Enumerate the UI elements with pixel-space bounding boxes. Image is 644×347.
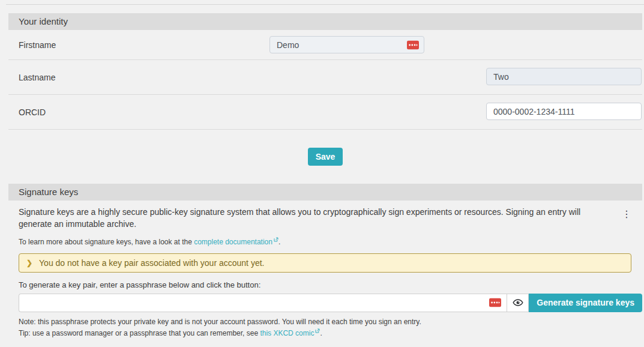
firstname-input[interactable] [269,36,424,53]
firstname-label: Firstname [19,40,56,50]
lastname-input-wrap [486,68,642,85]
passphrase-tip: Tip: use a password manager or a passphr… [19,328,642,337]
passphrase-input-wrap [19,294,507,312]
generate-signature-keys-button[interactable]: Generate signature keys [529,294,642,312]
toggle-passphrase-visibility-button[interactable] [507,294,529,312]
passphrase-note: Note: this passphrase protects your priv… [19,318,642,326]
user-settings-page: { "identity": { "header": "Your identity… [0,0,644,347]
firstname-input-wrap [269,36,424,53]
signature-description: Signature keys are a highly secure publi… [19,207,580,229]
password-manager-icon[interactable] [407,40,419,49]
identity-section-header: Your identity [8,13,642,30]
tip-prefix: Tip: use a password manager or a passphr… [19,329,260,337]
xkcd-comic-link[interactable]: this XKCD comic [260,329,320,337]
generate-instruction: To generate a key pair, enter a passphra… [19,280,642,289]
no-keypair-alert-text: You do not have a key pair associated wi… [39,258,264,268]
signature-section-header: Signature keys [8,184,642,201]
save-button[interactable]: Save [308,148,343,166]
learn-more-suffix: . [278,238,280,246]
lastname-label: Lastname [19,73,55,82]
documentation-link-label: complete documentation [194,238,272,246]
lastname-input[interactable] [486,68,642,85]
orcid-row: ORCID [8,95,642,130]
password-manager-icon[interactable] [489,298,501,307]
no-keypair-alert: ❯ You do not have a key pair associated … [19,253,631,273]
xkcd-comic-link-label: this XKCD comic [260,329,314,337]
passphrase-input[interactable] [19,294,507,312]
lastname-row: Lastname [8,60,642,95]
documentation-link[interactable]: complete documentation [194,238,278,246]
orcid-input-wrap [486,103,642,120]
orcid-input[interactable] [486,103,642,120]
external-link-icon [274,237,278,242]
signature-description-row: Signature keys are a highly secure publi… [8,201,642,231]
passphrase-input-group: Generate signature keys [19,294,642,312]
orcid-label: ORCID [19,107,46,117]
save-row: Save [8,130,642,184]
eye-icon [513,298,523,307]
top-divider [6,4,644,5]
tip-suffix: . [320,329,322,337]
chevron-right-icon: ❯ [26,259,32,267]
learn-more-line: To learn more about signature keys, have… [19,237,642,246]
kebab-menu-icon[interactable]: ⋮ [619,208,634,220]
settings-content: Your identity Firstname Lastname ORCID S… [8,13,642,337]
firstname-row: Firstname [8,30,642,60]
learn-more-prefix: To learn more about signature keys, have… [19,238,194,246]
